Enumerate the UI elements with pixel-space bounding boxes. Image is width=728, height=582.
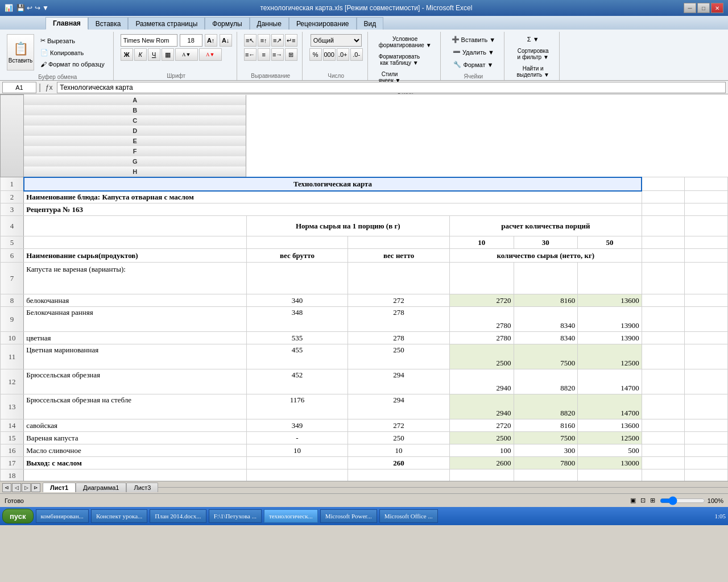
cell-a8[interactable]: белокочанная — [24, 294, 247, 307]
cell-g17[interactable] — [642, 457, 685, 469]
cell-e18[interactable] — [514, 469, 578, 481]
align-right-button[interactable]: ≡→ — [271, 48, 284, 61]
cell-e11[interactable]: 7500 — [514, 344, 578, 369]
cell-d18[interactable] — [449, 469, 514, 481]
paste-button[interactable]: 📋 Вставить — [7, 34, 34, 70]
cell-d15[interactable]: 2500 — [449, 432, 514, 444]
sheet-tab-list1[interactable]: Лист1 — [43, 483, 76, 492]
cell-b4[interactable]: Норма сырья на 1 порцию (в г) — [246, 216, 449, 236]
cell-g1[interactable] — [642, 177, 685, 191]
cell-g4[interactable] — [642, 216, 685, 236]
cell-h9[interactable] — [685, 307, 728, 332]
font-color-button[interactable]: A▼ — [199, 48, 222, 61]
find-button[interactable]: Найти ивыделить ▼ — [513, 64, 553, 80]
cell-b6[interactable]: вес брутто — [246, 249, 348, 263]
cell-d9[interactable]: 2780 — [449, 307, 514, 332]
cell-b10[interactable]: 535 — [246, 332, 348, 344]
view-normal-icon[interactable]: ▣ — [630, 497, 636, 504]
cell-e15[interactable]: 7500 — [514, 432, 578, 444]
cell-g5[interactable] — [642, 236, 685, 249]
cell-f10[interactable]: 13900 — [578, 332, 642, 344]
font-size-input[interactable] — [180, 34, 202, 47]
cell-b17[interactable] — [246, 457, 348, 469]
cell-g10[interactable] — [642, 332, 685, 344]
format-painter-button[interactable]: 🖌 Формат по образцу — [36, 59, 109, 69]
cell-d17[interactable]: 2600 — [449, 457, 514, 469]
cell-d13[interactable]: 2940 — [449, 394, 514, 419]
cell-d4[interactable]: расчет количества порций — [449, 216, 642, 236]
cell-h3[interactable] — [685, 203, 728, 216]
cell-d6[interactable]: количество сырья (нетто, кг) — [449, 249, 642, 263]
cell-a11[interactable]: Цветная маринованная — [24, 344, 247, 369]
cell-f11[interactable]: 12500 — [578, 344, 642, 369]
cell-g7[interactable] — [642, 263, 685, 294]
cell-e17[interactable]: 7800 — [514, 457, 578, 469]
italic-button[interactable]: К — [134, 48, 147, 61]
cell-b14[interactable]: 349 — [246, 419, 348, 432]
align-center-button[interactable]: ≡ — [258, 48, 270, 61]
zoom-slider[interactable] — [660, 497, 705, 505]
cell-c6[interactable]: вес нетто — [348, 249, 450, 263]
cell-b12[interactable]: 452 — [246, 369, 348, 394]
sort-button[interactable]: Сортировкаи фильтр ▼ — [514, 46, 553, 62]
cell-f13[interactable]: 14700 — [578, 394, 642, 419]
bold-button[interactable]: Ж — [121, 48, 133, 61]
cell-h5[interactable] — [685, 236, 728, 249]
tab-view[interactable]: Вид — [357, 17, 384, 30]
cell-e10[interactable]: 8340 — [514, 332, 578, 344]
cell-c7[interactable] — [348, 263, 450, 294]
conditional-format-button[interactable]: Условноеформатирование ▼ — [375, 34, 436, 50]
underline-button[interactable]: Ч — [148, 48, 160, 61]
cell-d16[interactable]: 100 — [449, 444, 514, 457]
tab-insert[interactable]: Вставка — [88, 17, 129, 30]
cell-h4[interactable] — [685, 216, 728, 236]
cell-a1[interactable]: Технологическая карта — [24, 177, 642, 191]
wrap-text-button[interactable]: ↵≡ — [285, 34, 297, 47]
cell-c14[interactable]: 272 — [348, 419, 450, 432]
cell-c5[interactable] — [348, 236, 450, 249]
col-header-d[interactable]: D — [24, 126, 246, 136]
taskbar-item-3[interactable]: F:\1\Петухова ... — [209, 509, 262, 523]
number-format-select[interactable]: Общий — [311, 34, 362, 47]
cell-a2[interactable]: Наименование блюда: Капуста отварная с м… — [24, 191, 642, 203]
maximize-button[interactable]: □ — [697, 3, 710, 13]
cell-h10[interactable] — [685, 332, 728, 344]
cell-f8[interactable]: 13600 — [578, 294, 642, 307]
sheet-tab-list3[interactable]: Лист3 — [126, 483, 158, 492]
cell-a16[interactable]: Масло сливочное — [24, 444, 247, 457]
cell-h2[interactable] — [685, 191, 728, 203]
cell-g15[interactable] — [642, 432, 685, 444]
cell-h12[interactable] — [685, 369, 728, 394]
taskbar-item-5[interactable]: Microsoft Power... — [320, 509, 377, 523]
cell-d12[interactable]: 2940 — [449, 369, 514, 394]
decrease-font-button[interactable]: A↓ — [220, 34, 232, 47]
formula-input[interactable] — [57, 82, 726, 93]
cell-f12[interactable]: 14700 — [578, 369, 642, 394]
fill-color-button[interactable]: A▼ — [175, 48, 198, 61]
tab-page-layout[interactable]: Разметка страницы — [128, 17, 205, 30]
cell-a15[interactable]: Вареная капуста — [24, 432, 247, 444]
cell-h14[interactable] — [685, 419, 728, 432]
cell-a10[interactable]: цветная — [24, 332, 247, 344]
cell-b5[interactable] — [246, 236, 348, 249]
format-table-button[interactable]: Форматироватькак таблицу ▼ — [375, 52, 436, 68]
cell-f16[interactable]: 500 — [578, 444, 642, 457]
cell-e13[interactable]: 8820 — [514, 394, 578, 419]
cell-a12[interactable]: Брюссельская обрезная — [24, 369, 247, 394]
cell-b11[interactable]: 455 — [246, 344, 348, 369]
cell-c12[interactable]: 294 — [348, 369, 450, 394]
align-left-button[interactable]: ≡← — [244, 48, 257, 61]
tab-formulas[interactable]: Формулы — [205, 17, 249, 30]
increase-font-button[interactable]: A↑ — [205, 34, 217, 47]
cell-g3[interactable] — [642, 203, 685, 216]
cell-b9[interactable]: 348 — [246, 307, 348, 332]
cell-c17[interactable]: 260 — [348, 457, 450, 469]
last-sheet-button[interactable]: ⊳ — [31, 483, 40, 492]
cell-f9[interactable]: 13900 — [578, 307, 642, 332]
cell-a14[interactable]: савойская — [24, 419, 247, 432]
align-top-right-button[interactable]: ≡↗ — [271, 34, 284, 47]
cell-f7[interactable] — [578, 263, 642, 294]
cell-g18[interactable] — [642, 469, 685, 481]
col-header-e[interactable]: E — [24, 136, 246, 146]
cell-h8[interactable] — [685, 294, 728, 307]
